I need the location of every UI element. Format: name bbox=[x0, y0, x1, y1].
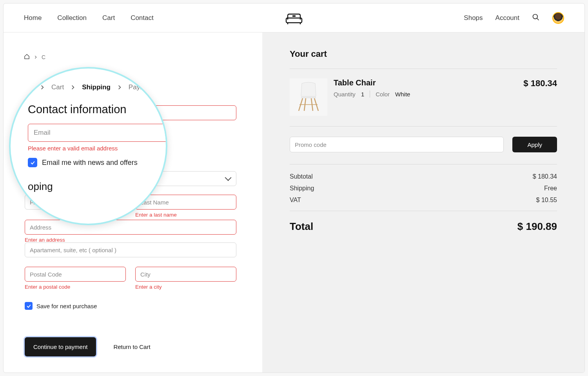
city-error: Enter a city bbox=[135, 284, 236, 290]
header: Home Collection Cart Contact Shops Accou… bbox=[4, 4, 584, 33]
last-name-error: Enter a last name bbox=[135, 212, 236, 218]
subtotal-label: Subtotal bbox=[290, 173, 313, 180]
chevron-right-icon bbox=[40, 85, 45, 90]
postal-error: Enter a postal code bbox=[25, 284, 126, 290]
color-label: Color bbox=[376, 91, 390, 98]
save-label: Save for next purchase bbox=[36, 303, 97, 309]
magnifier-lens: Cart Shipping Payment Contact informatio… bbox=[9, 67, 167, 225]
cart-title: Your cart bbox=[290, 49, 557, 59]
city-input[interactable] bbox=[135, 267, 236, 282]
nav-shops[interactable]: Shops bbox=[464, 14, 483, 22]
apply-button[interactable]: Apply bbox=[512, 137, 557, 152]
vat-value: $ 10.55 bbox=[536, 197, 557, 204]
promo-input[interactable] bbox=[290, 137, 504, 152]
email-input[interactable] bbox=[28, 124, 167, 142]
nav-home[interactable]: Home bbox=[24, 14, 42, 22]
nav-cart[interactable]: Cart bbox=[102, 14, 115, 22]
svg-rect-0 bbox=[286, 18, 302, 23]
logo-icon[interactable] bbox=[285, 11, 303, 25]
crumb-payment: Payment bbox=[129, 83, 155, 91]
nav-collection[interactable]: Collection bbox=[57, 14, 87, 22]
item-name: Table Chair bbox=[334, 78, 523, 87]
vat-label: VAT bbox=[290, 197, 301, 204]
breadcrumb-zoom: Cart Shipping Payment bbox=[28, 83, 167, 91]
qty-label: Quantity bbox=[334, 91, 356, 98]
email-error: Please enter a valid email address bbox=[28, 145, 167, 152]
svg-point-3 bbox=[293, 16, 294, 16]
avatar[interactable] bbox=[552, 12, 564, 24]
apartment-input[interactable] bbox=[25, 242, 236, 257]
address-error: Enter an address bbox=[25, 237, 236, 243]
nav-account[interactable]: Account bbox=[495, 14, 519, 22]
news-label: Email me with news and offers bbox=[42, 159, 138, 167]
shipping-value: Free bbox=[544, 185, 557, 192]
shipping-label: Shipping bbox=[290, 185, 314, 192]
total-label: Total bbox=[290, 221, 313, 233]
nav-right: Shops Account bbox=[464, 12, 564, 24]
svg-line-6 bbox=[537, 18, 539, 20]
cart-item: Table Chair Quantity 1 Color White $ 180… bbox=[290, 69, 557, 126]
total-value: $ 190.89 bbox=[517, 221, 557, 233]
subtotal-value: $ 180.34 bbox=[533, 173, 557, 180]
home-icon[interactable] bbox=[24, 54, 30, 61]
breadcrumb: C bbox=[24, 54, 242, 61]
shipping-heading-fragment: oping bbox=[28, 181, 167, 193]
news-checkbox[interactable] bbox=[28, 158, 37, 167]
address-input[interactable] bbox=[25, 220, 236, 235]
item-price: $ 180.34 bbox=[523, 78, 557, 116]
chevron-right-icon bbox=[34, 54, 38, 60]
svg-point-4 bbox=[294, 16, 295, 16]
home-icon[interactable] bbox=[28, 83, 33, 91]
nav-left: Home Collection Cart Contact bbox=[24, 14, 154, 22]
product-thumbnail bbox=[290, 78, 327, 116]
crumb-cart[interactable]: Cart bbox=[51, 83, 64, 91]
chevron-right-icon bbox=[70, 85, 76, 90]
chevron-right-icon bbox=[117, 85, 122, 90]
return-link[interactable]: Return to Cart bbox=[113, 343, 150, 350]
separator bbox=[370, 90, 370, 98]
qty-value: 1 bbox=[361, 91, 364, 98]
breadcrumb-fragment: C bbox=[42, 54, 45, 60]
save-checkbox[interactable] bbox=[25, 302, 33, 310]
search-icon[interactable] bbox=[532, 13, 540, 23]
svg-rect-7 bbox=[301, 96, 316, 98]
nav-contact[interactable]: Contact bbox=[131, 14, 154, 22]
contact-heading: Contact information bbox=[28, 103, 167, 116]
continue-button[interactable]: Continue to payment bbox=[25, 337, 96, 356]
svg-point-5 bbox=[533, 14, 538, 19]
color-value: White bbox=[395, 91, 410, 98]
last-name-input[interactable] bbox=[135, 195, 236, 210]
postal-code-input[interactable] bbox=[25, 267, 126, 282]
crumb-shipping: Shipping bbox=[82, 83, 111, 91]
